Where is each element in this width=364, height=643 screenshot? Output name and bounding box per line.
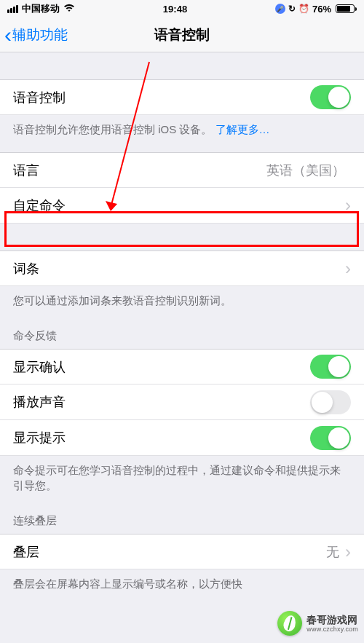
chevron-right-icon: ›: [345, 195, 351, 216]
voice-control-desc: 语音控制允许您使用语音控制 iOS 设备。 了解更多…: [0, 115, 364, 143]
learn-more-link[interactable]: 了解更多…: [215, 123, 270, 135]
overlay-label: 叠层: [13, 543, 326, 561]
hints-desc: 命令提示可在您学习语音控制的过程中，通过建议命令和提供提示来引导您。: [0, 456, 364, 500]
play-sound-row[interactable]: 播放声音: [0, 384, 364, 420]
play-sound-switch[interactable]: [310, 390, 351, 414]
wifi-icon: [63, 4, 75, 15]
voice-control-label: 语音控制: [13, 89, 310, 106]
overlay-value: 无: [326, 543, 339, 561]
show-confirmation-label: 显示确认: [13, 358, 310, 376]
language-value: 英语（美国）: [266, 162, 345, 179]
back-button[interactable]: ‹ 辅助功能: [0, 24, 68, 46]
play-sound-label: 播放声音: [13, 393, 310, 411]
language-label: 语言: [13, 162, 266, 179]
alarm-icon: ⏰: [298, 4, 309, 14]
voice-control-row[interactable]: 语音控制: [0, 79, 364, 115]
chevron-right-icon: ›: [345, 542, 351, 562]
chevron-left-icon: ‹: [4, 24, 12, 46]
voice-control-switch[interactable]: [310, 85, 351, 109]
language-row[interactable]: 语言 英语（美国）: [0, 152, 364, 188]
chevron-right-icon: ›: [345, 259, 351, 279]
status-right: 🎤 ↻ ⏰ 76%: [275, 4, 357, 15]
watermark: 春哥游戏网 www.czchxy.com: [277, 611, 358, 636]
overlay-desc: 叠层会在屏幕内容上显示编号或名称，以方便快: [0, 569, 364, 598]
custom-commands-label: 自定命令: [13, 197, 345, 214]
watermark-name: 春哥游戏网: [306, 615, 358, 625]
signal-icon: [7, 5, 18, 13]
overlay-header: 连续叠层: [0, 500, 364, 534]
overlay-row[interactable]: 叠层 无 ›: [0, 534, 364, 569]
mic-icon: 🎤: [275, 4, 285, 14]
back-label: 辅助功能: [12, 25, 68, 44]
status-left: 中国移动: [7, 2, 75, 15]
battery-icon: [334, 4, 357, 13]
watermark-url: www.czchxy.com: [306, 626, 358, 633]
vocabulary-label: 词条: [13, 260, 345, 277]
vocabulary-desc: 您可以通过添加词条来教语音控制识别新词。: [0, 286, 364, 315]
feedback-header: 命令反馈: [0, 315, 364, 349]
custom-commands-row[interactable]: 自定命令 ›: [0, 188, 364, 224]
show-hints-row[interactable]: 显示提示: [0, 420, 364, 456]
battery-percent: 76%: [312, 4, 331, 15]
show-confirmation-switch[interactable]: [310, 355, 351, 379]
carrier-label: 中国移动: [22, 2, 60, 15]
nav-bar: ‹ 辅助功能 语音控制: [0, 17, 364, 52]
status-bar: 中国移动 19:48 🎤 ↻ ⏰ 76%: [0, 0, 364, 17]
watermark-logo-icon: [277, 611, 302, 636]
show-hints-switch[interactable]: [310, 426, 351, 450]
lock-icon: ↻: [288, 4, 296, 14]
show-hints-label: 显示提示: [13, 429, 310, 446]
vocabulary-row[interactable]: 词条 ›: [0, 251, 364, 286]
status-time: 19:48: [163, 4, 187, 15]
show-confirmation-row[interactable]: 显示确认: [0, 349, 364, 384]
